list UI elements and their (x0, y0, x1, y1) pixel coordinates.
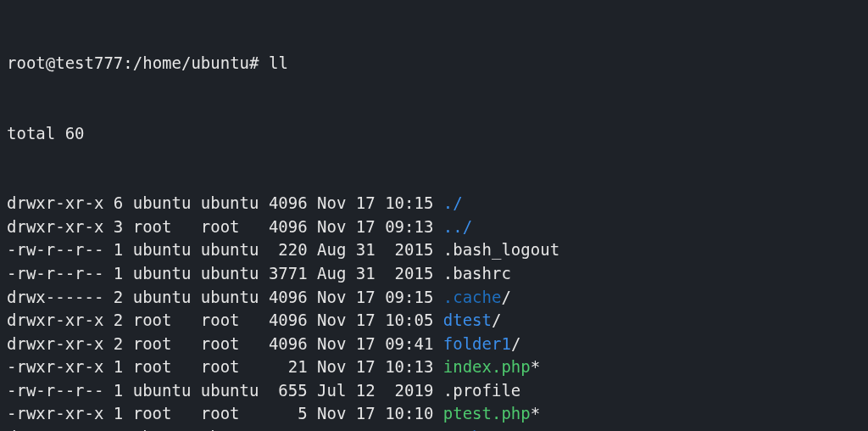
prompt-line: root@test777:/home/ubuntu# ll (7, 52, 861, 76)
group: root (191, 334, 259, 353)
file-name: dtest (433, 311, 492, 329)
owner: ubuntu (123, 264, 191, 283)
links: 6 (103, 193, 123, 212)
terminal[interactable]: root@test777:/home/ubuntu# ll total 60 d… (0, 0, 868, 431)
owner: root (123, 357, 191, 376)
file-name: ./ (433, 193, 462, 212)
perm: drwxr-xr-x (7, 311, 103, 329)
size: 4096 (259, 288, 307, 306)
group: ubuntu (191, 264, 259, 283)
size: 4096 (259, 428, 307, 431)
date: Jul 12 2019 (308, 381, 434, 400)
size: 3771 (259, 264, 307, 283)
size: 4096 (259, 217, 307, 236)
prompt-symbol: # (249, 53, 259, 72)
date: Nov 17 10:10 (308, 404, 434, 423)
perm: drwxr-xr-x (7, 217, 103, 236)
links: 1 (103, 381, 123, 400)
links: 2 (103, 428, 123, 431)
prompt-cwd: /home/ubuntu (133, 53, 249, 72)
links: 1 (103, 264, 123, 283)
size: 220 (259, 240, 307, 259)
owner: root (123, 217, 191, 236)
list-row: drwxr-xr-x 2 root root 4096 Nov 17 09:41… (7, 333, 861, 356)
links: 2 (103, 288, 123, 306)
file-name: folder1 (433, 334, 511, 353)
owner: root (123, 334, 191, 353)
file-suffix: / (482, 428, 492, 431)
group: ubuntu (191, 193, 259, 212)
file-listing: drwxr-xr-x 6 ubuntu ubuntu 4096 Nov 17 1… (7, 192, 861, 431)
perm: drwxr-xr-x (7, 334, 103, 353)
prompt-user: root (7, 53, 46, 72)
file-name: index.php (433, 357, 530, 376)
group: ubuntu (191, 240, 259, 259)
links: 1 (103, 357, 123, 376)
size: 5 (259, 404, 307, 423)
owner: root (123, 404, 191, 423)
date: Nov 17 10:13 (308, 357, 434, 376)
group: ubuntu (191, 288, 259, 306)
perm: -rw-r--r-- (7, 264, 103, 283)
list-row: drwx------ 2 ubuntu ubuntu 4096 Nov 17 0… (7, 426, 861, 431)
links: 2 (103, 334, 123, 353)
group: root (191, 311, 259, 329)
perm: -rw-r--r-- (7, 240, 103, 259)
file-name: .bashrc (433, 264, 511, 283)
date: Nov 17 09:13 (308, 217, 434, 236)
file-suffix: / (501, 288, 510, 306)
date: Nov 17 09:13 (308, 428, 434, 431)
date: Nov 17 10:15 (308, 193, 434, 212)
date: Aug 31 2015 (308, 240, 434, 259)
owner: root (123, 311, 191, 329)
group: ubuntu (191, 381, 259, 400)
list-row: -rw-r--r-- 1 ubuntu ubuntu 655 Jul 12 20… (7, 379, 861, 403)
date: Nov 17 09:41 (308, 334, 434, 353)
prompt-host: test777 (55, 53, 123, 72)
date: Nov 17 10:05 (308, 311, 434, 329)
file-name: .bash_logout (433, 240, 559, 259)
file-name: .cache (433, 288, 501, 306)
perm: drwx------ (7, 288, 103, 306)
owner: ubuntu (123, 288, 191, 306)
size: 21 (259, 357, 307, 376)
group: root (191, 357, 259, 376)
prompt-at: @ (46, 53, 55, 72)
list-row: -rw-r--r-- 1 ubuntu ubuntu 3771 Aug 31 2… (7, 262, 861, 286)
total-line: total 60 (7, 122, 861, 146)
group: root (191, 217, 259, 236)
file-suffix: / (511, 334, 520, 353)
links: 3 (103, 217, 123, 236)
owner: ubuntu (123, 428, 191, 431)
list-row: drwx------ 2 ubuntu ubuntu 4096 Nov 17 0… (7, 286, 861, 310)
owner: ubuntu (123, 240, 191, 259)
group: root (191, 404, 259, 423)
perm: drwx------ (7, 428, 103, 431)
links: 1 (103, 240, 123, 259)
group: ubuntu (191, 428, 259, 431)
owner: ubuntu (123, 193, 191, 212)
prompt-colon: : (123, 53, 132, 72)
list-row: -rwxr-xr-x 1 root root 5 Nov 17 10:10 pt… (7, 402, 861, 426)
size: 4096 (259, 311, 307, 329)
perm: -rw-r--r-- (7, 381, 103, 400)
list-row: drwxr-xr-x 3 root root 4096 Nov 17 09:13… (7, 216, 861, 239)
file-suffix: * (531, 404, 540, 423)
file-name: .ssh (433, 428, 481, 431)
size: 4096 (259, 193, 307, 212)
file-suffix: * (531, 357, 540, 376)
size: 4096 (259, 334, 307, 353)
list-row: drwxr-xr-x 6 ubuntu ubuntu 4096 Nov 17 1… (7, 192, 861, 216)
file-suffix: / (492, 311, 501, 329)
links: 2 (103, 311, 123, 329)
perm: -rwxr-xr-x (7, 404, 103, 423)
file-name: ../ (433, 217, 472, 236)
date: Aug 31 2015 (308, 264, 434, 283)
date: Nov 17 09:15 (308, 288, 434, 306)
list-row: -rwxr-xr-x 1 root root 21 Nov 17 10:13 i… (7, 355, 861, 379)
links: 1 (103, 404, 123, 423)
perm: drwxr-xr-x (7, 193, 103, 212)
file-name: ptest.php (433, 404, 530, 423)
list-row: -rw-r--r-- 1 ubuntu ubuntu 220 Aug 31 20… (7, 238, 861, 262)
file-name: .profile (433, 381, 520, 400)
